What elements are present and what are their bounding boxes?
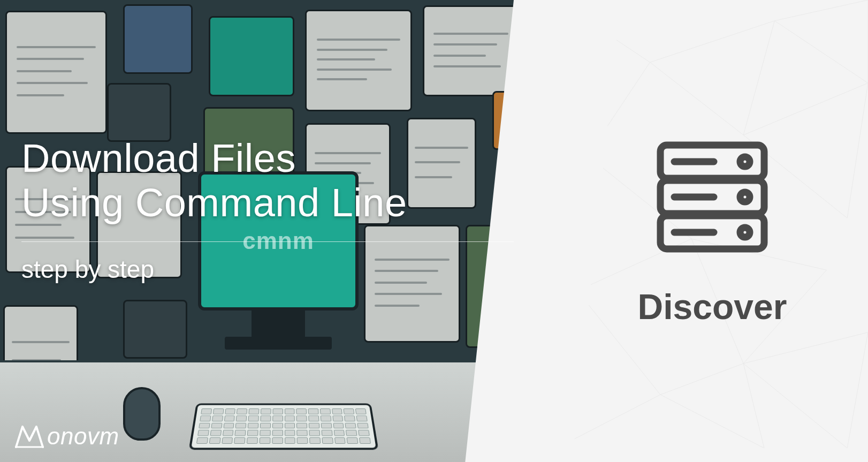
- title-line-2: Using Command Line: [21, 180, 407, 225]
- title-divider: [21, 241, 514, 242]
- svg-point-7: [740, 192, 750, 202]
- brand-logo: onovm: [14, 422, 119, 450]
- mouse-illustration: [123, 387, 161, 441]
- svg-point-8: [740, 228, 750, 237]
- server-rack-icon: [651, 135, 774, 261]
- banner-title: Download Files Using Command Line: [21, 137, 514, 225]
- monitor-stand: [252, 308, 305, 340]
- brand-logo-text: onovm: [47, 423, 119, 450]
- headline-block: Download Files Using Command Line step b…: [21, 137, 514, 284]
- discover-label: Discover: [638, 286, 787, 327]
- promo-banner: cmnm Download Files Using Command Line s…: [0, 0, 868, 462]
- banner-subtitle: step by step: [21, 255, 514, 284]
- keyboard-illustration: [189, 403, 379, 450]
- brand-logo-icon: [14, 422, 45, 450]
- svg-point-6: [740, 157, 750, 166]
- title-line-1: Download Files: [21, 136, 296, 180]
